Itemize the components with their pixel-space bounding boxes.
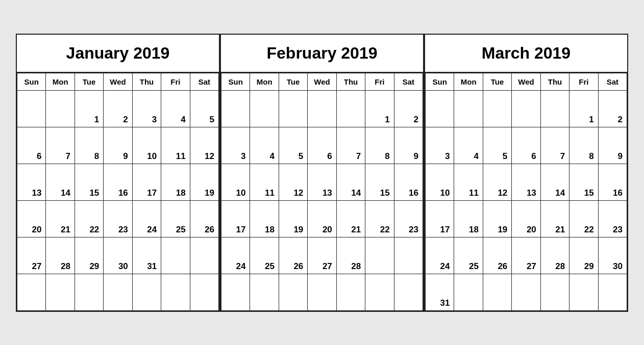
cal-cell-2-5-0: 31 [426,274,454,310]
cal-cell-1-0-3 [308,90,337,127]
cal-cell-2-0-1 [454,90,483,127]
day-header-Fri: Fri [365,73,394,90]
cal-cell-0-0-6: 5 [190,90,218,127]
cal-cell-2-5-4 [540,274,569,310]
cal-cell-1-3-1: 18 [250,200,279,237]
cal-cell-2-2-2: 12 [483,164,511,200]
calendars-wrapper: January 2019SunMonTueWedThuFriSat1234567… [6,23,638,322]
cal-cell-0-2-6: 19 [190,164,218,200]
cal-cell-2-0-3 [512,90,541,127]
cal-cell-1-3-4: 21 [336,200,365,237]
day-header-Sun: Sun [221,73,250,90]
day-header-Sun: Sun [17,73,46,90]
cal-cell-1-2-1: 11 [250,164,279,200]
cal-cell-1-1-5: 8 [365,127,394,164]
cal-cell-2-2-4: 14 [540,164,569,200]
cal-cell-0-3-6: 26 [190,200,218,237]
cal-cell-1-0-1 [250,90,279,127]
cal-cell-1-2-2: 12 [279,164,307,200]
cal-cell-0-1-4: 10 [132,127,161,164]
cal-cell-1-3-6: 23 [394,200,423,237]
cal-cell-2-0-4 [540,90,569,127]
cal-cell-0-0-5: 4 [161,90,190,127]
cal-cell-1-2-3: 13 [308,164,337,200]
cal-cell-2-2-0: 10 [426,164,454,200]
cal-cell-2-1-5: 8 [569,127,598,164]
cal-cell-2-1-0: 3 [426,127,454,164]
cal-cell-1-4-6 [394,237,423,274]
cal-cell-1-3-0: 17 [221,200,250,237]
cal-cell-0-0-2: 1 [75,90,103,127]
cal-cell-0-0-1 [46,90,75,127]
cal-cell-0-2-2: 15 [75,164,103,200]
cal-cell-2-3-5: 22 [569,200,598,237]
cal-cell-2-0-5: 1 [569,90,598,127]
day-header-Sun: Sun [426,73,454,90]
cal-cell-2-4-3: 27 [512,237,541,274]
cal-cell-0-1-5: 11 [161,127,190,164]
cal-cell-2-4-4: 28 [540,237,569,274]
cal-cell-1-1-2: 5 [279,127,307,164]
calendar-table-0: SunMonTueWedThuFriSat1234567891011121314… [17,73,219,311]
cal-cell-2-3-4: 21 [540,200,569,237]
cal-cell-2-0-6: 2 [598,90,627,127]
cal-cell-0-0-3: 2 [104,90,133,127]
cal-cell-1-5-0 [221,274,250,310]
day-header-Sat: Sat [190,73,218,90]
cal-cell-1-4-0: 24 [221,237,250,274]
day-header-Sat: Sat [598,73,627,90]
cal-cell-2-5-5 [569,274,598,310]
cal-cell-0-4-1: 28 [46,237,75,274]
cal-cell-2-1-6: 9 [598,127,627,164]
cal-cell-2-5-3 [512,274,541,310]
cal-cell-2-5-1 [454,274,483,310]
cal-cell-2-1-4: 7 [540,127,569,164]
cal-cell-0-1-2: 8 [75,127,103,164]
cal-cell-1-3-2: 19 [279,200,307,237]
cal-cell-2-3-1: 18 [454,200,483,237]
cal-cell-1-4-3: 27 [308,237,337,274]
cal-cell-0-1-1: 7 [46,127,75,164]
day-header-Thu: Thu [336,73,365,90]
cal-cell-1-2-0: 10 [221,164,250,200]
cal-cell-2-1-1: 4 [454,127,483,164]
calendar-title-2: March 2019 [425,35,627,73]
cal-cell-1-2-4: 14 [336,164,365,200]
cal-cell-0-5-1 [46,274,75,310]
cal-cell-1-3-3: 20 [308,200,337,237]
cal-cell-0-4-4: 31 [132,237,161,274]
cal-cell-1-1-6: 9 [394,127,423,164]
cal-cell-1-2-6: 16 [394,164,423,200]
day-header-Sat: Sat [394,73,423,90]
cal-cell-2-2-3: 13 [512,164,541,200]
cal-cell-2-4-0: 24 [426,237,454,274]
day-header-Thu: Thu [540,73,569,90]
day-header-Mon: Mon [46,73,75,90]
day-header-Fri: Fri [569,73,598,90]
day-header-Mon: Mon [454,73,483,90]
day-header-Wed: Wed [308,73,337,90]
cal-cell-2-3-0: 17 [426,200,454,237]
day-header-Tue: Tue [483,73,511,90]
calendar-title-1: February 2019 [221,35,423,73]
cal-cell-2-1-2: 5 [483,127,511,164]
calendar-2: March 2019SunMonTueWedThuFriSat123456789… [424,34,628,312]
cal-cell-0-3-2: 22 [75,200,103,237]
cal-cell-0-4-2: 29 [75,237,103,274]
cal-cell-0-3-4: 24 [132,200,161,237]
day-header-Wed: Wed [104,73,133,90]
calendar-1: February 2019SunMonTueWedThuFriSat123456… [220,34,424,312]
cal-cell-0-2-5: 18 [161,164,190,200]
cal-cell-2-4-1: 25 [454,237,483,274]
cal-cell-0-5-4 [132,274,161,310]
calendar-title-0: January 2019 [17,35,219,73]
cal-cell-2-1-3: 6 [512,127,541,164]
cal-cell-2-3-2: 19 [483,200,511,237]
cal-cell-0-2-3: 16 [104,164,133,200]
cal-cell-2-3-3: 20 [512,200,541,237]
cal-cell-0-4-6 [190,237,218,274]
cal-cell-2-2-6: 16 [598,164,627,200]
cal-cell-1-1-1: 4 [250,127,279,164]
cal-cell-0-1-3: 9 [104,127,133,164]
cal-cell-1-4-1: 25 [250,237,279,274]
